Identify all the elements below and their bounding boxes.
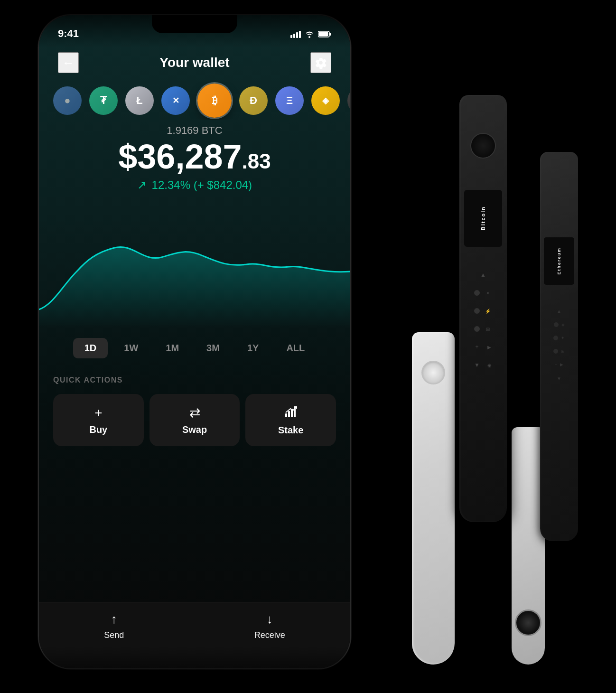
hw2-mid-row4: + ▶: [555, 362, 564, 367]
time-3m[interactable]: 3M: [195, 338, 231, 358]
price-chart: [39, 205, 350, 328]
hw-screen-2: Ethereum: [544, 237, 574, 285]
hw2-plus: +: [555, 362, 558, 367]
stake-icon: [284, 405, 298, 421]
svg-rect-8: [288, 411, 290, 417]
swap-icon: ⇄: [189, 405, 200, 421]
hw-up-icon: ▲: [479, 271, 487, 279]
receive-label: Receive: [254, 630, 285, 640]
receive-icon: ↓: [267, 612, 273, 627]
trend-up-icon: ↗: [137, 178, 147, 192]
actions-row: + Buy ⇄ Swap: [53, 394, 336, 446]
hw2-mid-row: ◈: [554, 322, 565, 327]
hardware-wallet-black-2: Ethereum ▲ ◈ ✦ ⊞ + ▶ ▼: [540, 152, 578, 541]
coin-doge[interactable]: Ð: [239, 86, 268, 115]
hw2-btn-2: [553, 336, 558, 340]
change-amount: (+ $842.04): [194, 178, 252, 191]
buy-label: Buy: [89, 424, 107, 435]
hw-lock-icon: ◉: [485, 361, 494, 369]
time-1m[interactable]: 1M: [154, 338, 190, 358]
quick-actions-label: QUICK ACTIONS: [53, 376, 336, 384]
coin-xrp[interactable]: ✕: [161, 86, 190, 115]
time-range: 1D 1W 1M 3M 1Y ALL: [39, 338, 350, 358]
coin-selector: ● ₮ Ł ✕ ₿ Ð Ξ ◈ A: [39, 82, 350, 120]
svg-rect-1: [293, 34, 295, 38]
balance-usd-amount: $36,287.83: [58, 140, 331, 174]
quick-actions-section: QUICK ACTIONS + Buy ⇄ Swap: [39, 376, 350, 446]
hw-bolt-icon: ⚡: [484, 307, 492, 315]
hw2-icon-1: ◈: [561, 322, 565, 327]
hw-buttons-area-1: ▲ ✦ ⚡ ⊞ + ▶ ▼ ◉: [473, 271, 494, 369]
page-title: Your wallet: [159, 55, 229, 70]
wifi-icon: [305, 30, 314, 40]
header: ← Your wallet: [39, 44, 350, 82]
hw-btn-small-3: [474, 326, 480, 332]
swap-label: Swap: [182, 424, 207, 435]
balance-section: 1.9169 BTC $36,287.83 ↗ 12.34% (+ $842.0…: [39, 124, 350, 192]
receive-nav-item[interactable]: ↓ Receive: [254, 612, 285, 640]
hw2-icon-3: ⊞: [561, 349, 565, 354]
hw2-mid-row2: ✦: [553, 336, 565, 340]
hw-screen-1: Bitcoin: [464, 190, 502, 247]
balance-btc-amount: 1.9169 BTC: [58, 124, 331, 137]
coin-partial[interactable]: ●: [53, 86, 82, 115]
hw2-up-icon: ▲: [557, 309, 561, 314]
send-nav-item[interactable]: ↑ Send: [104, 612, 124, 640]
scene: 9:41 ← Your wallet: [0, 0, 616, 693]
battery-icon: [318, 30, 331, 40]
swap-button[interactable]: ⇄ Swap: [149, 394, 240, 446]
phone-notch: [152, 15, 237, 33]
phone-screen: 9:41 ← Your wallet: [39, 15, 350, 668]
coin-btc[interactable]: ₿: [197, 84, 232, 118]
hw-screen-text-1: Bitcoin: [480, 206, 486, 230]
time-1w[interactable]: 1W: [112, 338, 149, 358]
svg-rect-6: [329, 33, 331, 36]
coin-tether[interactable]: ₮: [89, 86, 118, 115]
hw2-btn-1: [554, 322, 559, 327]
send-label: Send: [104, 630, 124, 640]
svg-rect-5: [319, 32, 328, 37]
svg-rect-7: [285, 413, 287, 417]
back-button[interactable]: ←: [58, 52, 79, 73]
gear-icon: [314, 56, 328, 70]
hw2-btn-3: [553, 349, 558, 354]
hw-down-icon: ▼: [473, 361, 481, 369]
hw2-mid-row3: ⊞: [553, 349, 565, 354]
hw-screen-text-2: Ethereum: [557, 247, 561, 275]
hardware-wallet-white-1: [412, 332, 455, 665]
hw-btn-small-2: [474, 308, 480, 314]
balance-usd-cents: .83: [242, 150, 271, 173]
stake-button[interactable]: Stake: [245, 394, 336, 446]
chart-fill: [39, 247, 350, 328]
hardware-wallet-black-1: Bitcoin ▲ ✦ ⚡ ⊞ + ▶ ▼: [459, 95, 507, 522]
hw2-arrow: ▶: [560, 362, 563, 367]
chart-container: [39, 205, 350, 328]
send-icon: ↑: [111, 612, 117, 627]
settings-button[interactable]: [310, 52, 331, 73]
hw2-down-icon: ▼: [557, 376, 561, 381]
time-1y[interactable]: 1Y: [236, 338, 270, 358]
coin-algo[interactable]: A: [347, 86, 350, 115]
time-1d[interactable]: 1D: [73, 338, 108, 358]
buy-button[interactable]: + Buy: [53, 394, 144, 446]
coin-eth[interactable]: Ξ: [275, 86, 304, 115]
change-percent: 12.34%: [152, 178, 190, 191]
svg-rect-0: [290, 35, 292, 38]
phone-device: 9:41 ← Your wallet: [38, 14, 351, 669]
balance-change: ↗ 12.34% (+ $842.04): [58, 178, 331, 192]
coin-ltc[interactable]: Ł: [125, 86, 154, 115]
balance-usd-main: $36,287: [118, 138, 242, 176]
status-icons: [290, 30, 331, 40]
buy-icon: +: [94, 405, 102, 421]
coin-bnb[interactable]: ◈: [311, 86, 340, 115]
hw-plus-icon: +: [473, 343, 481, 351]
hw2-icon-2: ✦: [561, 336, 565, 340]
stake-label: Stake: [278, 425, 303, 436]
svg-rect-3: [299, 31, 301, 38]
time-all[interactable]: ALL: [275, 338, 316, 358]
hw-btn-small-1: [474, 290, 480, 296]
signal-icon: [290, 30, 301, 40]
back-arrow-icon: ←: [62, 56, 75, 70]
hw-arrow-icon: ▶: [485, 343, 494, 351]
hw-grid-icon: ⊞: [484, 325, 492, 333]
